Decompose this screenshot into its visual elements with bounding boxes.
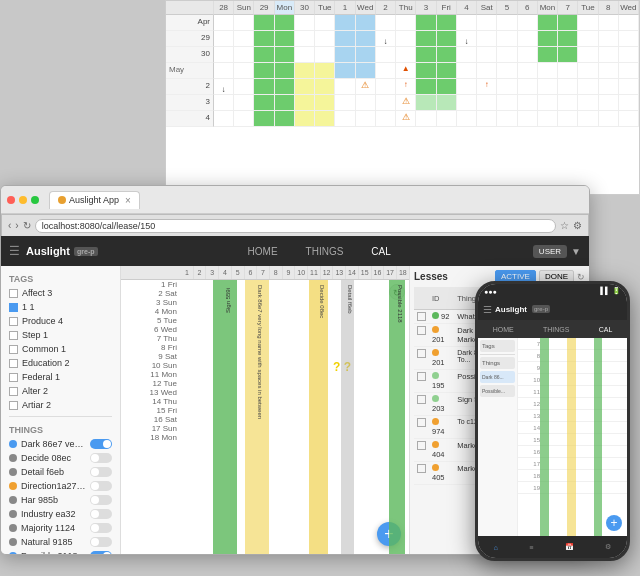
thing-toggle-detailf6eb[interactable] (90, 467, 112, 477)
phone-bottom-cal[interactable]: 📅 (565, 543, 574, 551)
phone-nav-home[interactable]: HOME (493, 326, 514, 333)
phone-nav-cal[interactable]: CAL (599, 326, 613, 333)
cal-cell (518, 63, 538, 79)
browser-tab[interactable]: Auslight App × (49, 191, 140, 209)
lesson-check-195[interactable] (417, 372, 426, 381)
sidebar-item-common1[interactable]: Common 1 (1, 342, 120, 356)
settings-button[interactable]: ⚙ (573, 220, 582, 231)
thing-toggle-majority1124[interactable] (90, 523, 112, 533)
thing-toggle-har985b[interactable] (90, 495, 112, 505)
sidebar-item-direction1a27[interactable]: Direction1a27verylongnamerightwordyeaaaa… (1, 479, 120, 493)
cal-cell-blue (335, 15, 355, 31)
thing-toggle-natural9185[interactable] (90, 537, 112, 547)
cal-cell (497, 47, 517, 63)
sidebar-item-industryea32[interactable]: Industry ea32 (1, 507, 120, 521)
sidebar-item-natural9185[interactable]: Natural 9185 (1, 535, 120, 549)
thing-toggle-direction1a27[interactable] (90, 481, 112, 491)
tag-checkbox-artiar2[interactable] (9, 401, 18, 410)
tag-checkbox-produce4[interactable] (9, 317, 18, 326)
lesson-check-201[interactable] (417, 326, 426, 335)
gantt-header-cell-16sat: 16Sat (372, 266, 385, 279)
sidebar-item-decide08ec[interactable]: Decide 08ec (1, 451, 120, 465)
nav-things[interactable]: THINGS (302, 244, 348, 259)
sidebar-item-education2[interactable]: Education 2 (1, 356, 120, 370)
phone-fab-button[interactable]: + (606, 515, 622, 531)
tab-close-icon[interactable]: × (125, 195, 131, 206)
cal-cell (214, 111, 234, 127)
cal-header-thu: Thu (396, 1, 416, 15)
sidebar-item-artiar2[interactable]: Artiar 2 (1, 398, 120, 412)
phone-hamburger-icon[interactable]: ☰ (483, 304, 492, 315)
nav-home[interactable]: HOME (244, 244, 282, 259)
refresh-button[interactable]: ↻ (23, 220, 31, 231)
cal-header-wed2: Wed (619, 1, 639, 15)
cal-cell (578, 15, 598, 31)
tag-checkbox-education2[interactable] (9, 359, 18, 368)
lesson-check-203[interactable] (417, 395, 426, 404)
sidebar-item-detailf6eb[interactable]: Detail f6eb (1, 465, 120, 479)
hamburger-icon[interactable]: ☰ (9, 244, 20, 258)
thing-toggle-possible2118[interactable] (90, 551, 112, 554)
sidebar-item-step1[interactable]: Step 1 (1, 328, 120, 342)
tag-checkbox-alter2[interactable] (9, 387, 18, 396)
lesson-check-974[interactable] (417, 418, 426, 427)
cal-cell (275, 47, 295, 63)
maximize-button[interactable] (31, 196, 39, 204)
row-label-14thu: 14 Thu (121, 397, 181, 406)
phone-bottom-home[interactable]: ⌂ (494, 544, 498, 551)
sidebar-item-alter2[interactable]: Alter 2 (1, 384, 120, 398)
sidebar-item-har985b[interactable]: Har 985b (1, 493, 120, 507)
phone-sidebar-possible2118[interactable]: Possible... (480, 385, 515, 397)
sidebar-item-possible2118[interactable]: Possible 2118 (1, 549, 120, 554)
phone-sidebar-dark86e7[interactable]: Dark 86... (480, 371, 515, 383)
lesson-check-92[interactable] (417, 312, 426, 321)
cal-day-4: 4 (166, 111, 214, 127)
nav-cal[interactable]: CAL (367, 244, 394, 259)
cal-cell (254, 111, 274, 127)
forward-button[interactable]: › (15, 220, 18, 231)
sidebar-item-dark86e7[interactable]: Dark 86e7 very long name with spaces in … (1, 437, 120, 451)
star-button[interactable]: ☆ (560, 220, 569, 231)
sidebar-item-affect3[interactable]: Affect 3 (1, 286, 120, 300)
phone-sidebar-things: Things (480, 357, 515, 369)
cal-header-mon2: Mon (538, 1, 558, 15)
cal-cell (295, 95, 315, 111)
tag-label-alter2: Alter 2 (22, 386, 112, 396)
lesson-check-201b[interactable] (417, 349, 426, 358)
thing-toggle-decide08ec[interactable] (90, 453, 112, 463)
row-label-4mon: 4 Mon (121, 307, 181, 316)
tag-checkbox-step1[interactable] (9, 331, 18, 340)
sidebar-item-federal1[interactable]: Federal 1 (1, 370, 120, 384)
tag-checkbox-common1[interactable] (9, 345, 18, 354)
minimize-button[interactable] (19, 196, 27, 204)
cal-cell (457, 111, 477, 127)
phone-nav-things[interactable]: THINGS (543, 326, 569, 333)
sidebar-item-produce4[interactable]: Produce 4 (1, 314, 120, 328)
close-button[interactable] (7, 196, 15, 204)
user-button[interactable]: USER (533, 245, 567, 258)
lesson-check-404[interactable] (417, 441, 426, 450)
tag-checkbox-affect3[interactable] (9, 289, 18, 298)
cal-cell (558, 63, 578, 79)
phone-row-label: 9 (520, 365, 540, 371)
cal-cell (376, 47, 396, 63)
phone-bottom-extra[interactable]: ⚙ (605, 543, 611, 551)
tag-checkbox-federal1[interactable] (9, 373, 18, 382)
thing-toggle-dark86e7[interactable] (90, 439, 112, 449)
lesson-check-405[interactable] (417, 464, 426, 473)
cal-cell: ⚠ (396, 111, 416, 127)
sidebar-item-majority1124[interactable]: Majority 1124 (1, 521, 120, 535)
tag-checkbox-11[interactable] (9, 303, 18, 312)
row-label-6wed: 6 Wed (121, 325, 181, 334)
phone-bottom-things[interactable]: ≡ (529, 544, 533, 551)
lessons-refresh-icon[interactable]: ↻ (577, 272, 585, 282)
cal-cell (599, 31, 619, 47)
cal-cell (558, 79, 578, 95)
header-menu-icon[interactable]: ▼ (571, 246, 581, 257)
cal-cell (275, 111, 295, 127)
sidebar-item-11[interactable]: 1 1 (1, 300, 120, 314)
address-input[interactable]: localhost:8080/cal/lease/150 (35, 219, 556, 233)
thing-toggle-industryea32[interactable] (90, 509, 112, 519)
thing-dot-natural9185 (9, 538, 17, 546)
back-button[interactable]: ‹ (8, 220, 11, 231)
